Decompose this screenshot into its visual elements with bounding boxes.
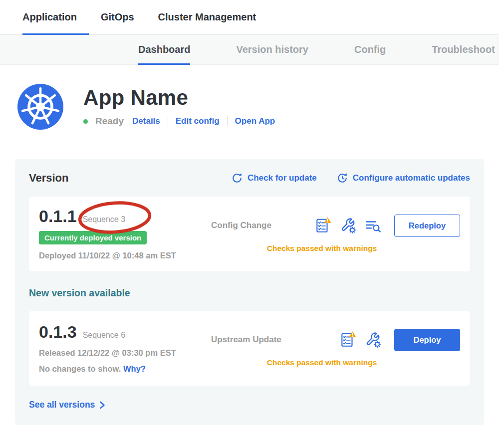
current-checks-status: Checks passed with warnings (211, 244, 460, 253)
current-version-sequence: Sequence 3 (83, 215, 125, 224)
refresh-icon (232, 173, 243, 184)
no-changes-text: No changes to show. (39, 364, 121, 373)
wrench-gear-icon[interactable] (339, 217, 356, 234)
app-header: App Name Ready Details Edit config Open … (0, 65, 499, 130)
nav-tab-cluster-management[interactable]: Cluster Management (158, 0, 256, 34)
chevron-right-icon (99, 401, 105, 409)
configure-updates-link[interactable]: Configure automatic updates (337, 173, 470, 184)
wrench-gear-icon[interactable] (364, 331, 381, 348)
version-section-title: Version (29, 172, 68, 185)
divider (227, 116, 228, 126)
tab-dashboard[interactable]: Dashboard (138, 35, 190, 64)
why-link[interactable]: Why? (123, 364, 146, 373)
current-version-number: 0.1.1 (39, 207, 77, 226)
version-source-label: Upstream Update (211, 335, 301, 345)
scheduled-update-icon (337, 173, 348, 184)
no-changes-row: No changes to show. Why? (39, 364, 211, 374)
checklist-warning-icon[interactable] (314, 217, 331, 234)
deployed-timestamp: Deployed 11/10/22 @ 10:48 am EST (39, 251, 211, 260)
check-for-update-link[interactable]: Check for update (232, 173, 317, 184)
version-panel-header: Version Check for update (29, 172, 470, 185)
divider (168, 116, 168, 126)
kubernetes-logo (17, 84, 63, 130)
nav-tab-gitops[interactable]: GitOps (101, 0, 134, 34)
check-for-update-label: Check for update (248, 173, 317, 183)
tab-version-history[interactable]: Version history (236, 35, 308, 64)
page-title: App Name (83, 87, 275, 109)
version-source-label: Config Change (211, 221, 301, 230)
status-dot (83, 119, 88, 124)
available-version-sequence: Sequence 6 (83, 331, 125, 340)
app-status: Ready (95, 116, 124, 127)
available-checks-status: Checks passed with warnings (211, 358, 460, 367)
released-timestamp: Released 12/12/22 @ 03:30 pm EST (39, 348, 211, 358)
app-status-row: Ready Details Edit config Open App (83, 116, 275, 127)
new-version-heading: New version available (29, 287, 470, 299)
see-all-versions-label: See all versions (29, 400, 95, 410)
version-panel: Version Check for update (15, 159, 484, 425)
available-version-card: 0.1.3 Sequence 6 Released 12/12/22 @ 03:… (29, 311, 470, 386)
see-all-versions-link[interactable]: See all versions (29, 400, 105, 410)
configure-updates-label: Configure automatic updates (353, 173, 470, 183)
details-link[interactable]: Details (132, 116, 160, 126)
nav-tab-application[interactable]: Application (22, 0, 77, 34)
open-app-link[interactable]: Open App (235, 116, 275, 126)
checklist-warning-icon[interactable] (339, 331, 356, 348)
tab-troubleshoot[interactable]: Troubleshoot (432, 35, 495, 64)
redeploy-button[interactable]: Redeploy (394, 215, 460, 237)
edit-config-link[interactable]: Edit config (176, 116, 220, 126)
tab-config[interactable]: Config (354, 35, 386, 64)
current-version-card: 0.1.1 Sequence 3 Currently deployed vers… (29, 197, 470, 271)
primary-nav: Application GitOps Cluster Management (0, 0, 499, 35)
deployed-badge: Currently deployed version (39, 231, 147, 244)
app-subnav: Dashboard Version history Config Trouble… (0, 35, 499, 65)
available-version-number: 0.1.3 (39, 322, 77, 342)
deploy-button[interactable]: Deploy (394, 329, 460, 351)
file-search-icon[interactable] (364, 217, 381, 234)
